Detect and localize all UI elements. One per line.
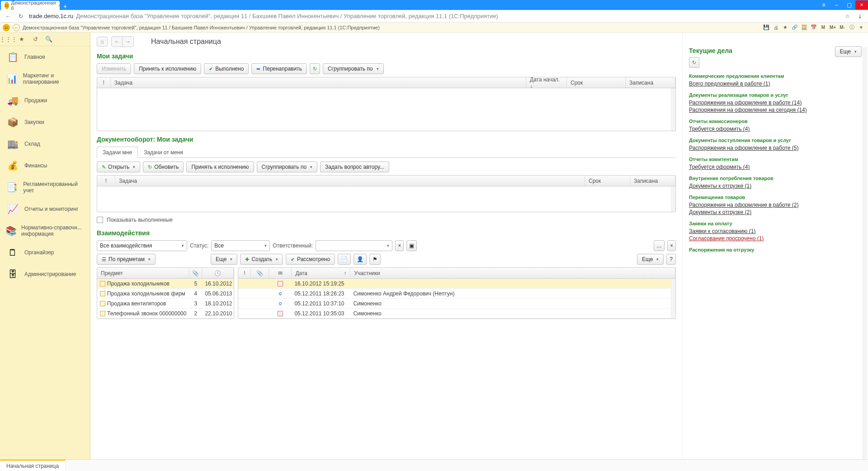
responsible-select[interactable]: ▾ xyxy=(316,240,392,251)
col-time[interactable]: 🕓 xyxy=(202,268,234,278)
group-link[interactable]: Всего предложений в работе (1) xyxy=(689,81,862,87)
close-x-button[interactable]: × xyxy=(667,240,676,251)
col-important[interactable]: ! xyxy=(97,77,111,88)
print-icon[interactable]: 🖨 xyxy=(772,24,780,32)
col-due[interactable]: Срок xyxy=(585,176,630,186)
url-field[interactable]: trade.demo.1c.ru Демонстрационная база "… xyxy=(29,13,839,19)
back-circ-icon[interactable]: ← xyxy=(13,24,20,31)
edit-button[interactable]: Изменить xyxy=(97,63,131,74)
scrollbar[interactable] xyxy=(671,279,675,319)
help-button[interactable]: ? xyxy=(666,254,676,265)
status-select[interactable]: Все▾ xyxy=(211,240,270,251)
col-type[interactable]: ✉ xyxy=(269,268,292,278)
sidebar-item[interactable]: 🏬Склад xyxy=(0,133,90,155)
create-button[interactable]: ✚Создать xyxy=(240,254,283,265)
col-task[interactable]: Задача xyxy=(115,176,585,186)
col-start-date[interactable]: Дата начал. ↓ xyxy=(526,77,567,88)
sidebar-item[interactable]: 📚Нормативно-справочн... информация xyxy=(0,220,90,242)
nav-fwd-icon[interactable]: → xyxy=(123,37,133,47)
sidebar-item[interactable]: 📊Маркетинг и планирование xyxy=(0,68,90,90)
refresh-button[interactable]: ↻ xyxy=(689,57,699,68)
back-icon[interactable]: ← xyxy=(4,12,13,21)
group-link[interactable]: Документы к отгрузке (2) xyxy=(689,209,862,215)
table-row[interactable]: Продажа холодильников фирм405.06.2013 xyxy=(97,289,234,299)
table-row[interactable]: 05.12.2011 10:37:10Симоненко xyxy=(238,299,675,309)
more-dots-button[interactable]: … xyxy=(654,240,665,251)
mminus-button[interactable]: M- xyxy=(838,24,846,32)
sidebar-item[interactable]: 📋Главное xyxy=(0,46,90,68)
download-icon[interactable]: ⤓ xyxy=(855,12,864,21)
col-subject[interactable]: Предмет xyxy=(97,268,189,278)
dropdown-icon[interactable]: ▾ xyxy=(857,24,865,32)
group-by-button[interactable]: Сгруппировать по xyxy=(323,63,384,74)
group-link[interactable]: Распоряжения на оформление в работе (14) xyxy=(689,100,862,106)
group-link[interactable]: Согласование просрочено (1) xyxy=(689,235,862,242)
bookmark-icon[interactable]: ☆ xyxy=(843,12,852,21)
calendar-icon[interactable]: 📅 xyxy=(810,24,818,32)
table-row[interactable]: 05.12.2011 10:35:03Симоненко xyxy=(238,309,675,319)
scrollbar[interactable] xyxy=(671,88,675,131)
open-button[interactable]: ✎Открыть xyxy=(97,162,140,172)
reviewed-button[interactable]: ✔Рассмотрено xyxy=(286,254,335,265)
reload-icon[interactable]: ↻ xyxy=(16,12,25,21)
col-attach[interactable]: 📎 xyxy=(251,268,269,278)
sidebar-item[interactable]: 🗒Органайзер xyxy=(0,242,90,263)
window-close-icon[interactable]: × xyxy=(855,0,868,10)
sidebar-item[interactable]: 💰Финансы xyxy=(0,155,90,176)
col-imp[interactable]: ! xyxy=(238,268,251,278)
col-date[interactable]: Дата↑ xyxy=(292,268,350,278)
group-link[interactable]: Требуется оформить (4) xyxy=(689,164,862,170)
flag-icon-button[interactable]: ⚑ xyxy=(369,254,381,265)
history-icon[interactable]: ↺ xyxy=(32,36,39,43)
nav-back-icon[interactable]: ← xyxy=(112,37,123,47)
refresh-button[interactable]: ↻ xyxy=(310,63,320,74)
sidebar-item[interactable]: 📈Отчеты и мониторинг xyxy=(0,198,90,220)
home-icon[interactable]: ⌂ xyxy=(97,37,108,47)
ask-author-button[interactable]: Задать вопрос автору... xyxy=(320,162,389,172)
table-row[interactable]: Телефонный звонок 000000000222.10.2010 xyxy=(97,309,234,319)
tab-tasks-to-me[interactable]: Задачи мне xyxy=(97,147,138,158)
group-link[interactable]: Документы к отгрузке (1) xyxy=(689,183,862,189)
more-button[interactable]: Еще xyxy=(835,46,862,57)
info-icon[interactable]: ⓘ xyxy=(848,24,856,32)
done-button[interactable]: ✔Выполнено xyxy=(204,63,249,74)
mplus-button[interactable]: M+ xyxy=(829,24,837,32)
sidebar-item[interactable]: 📑Регламентированный учет xyxy=(0,176,90,198)
accept-button[interactable]: Принять к исполнению xyxy=(134,63,201,74)
col-party[interactable]: Участники xyxy=(350,268,675,278)
more2-button[interactable]: Еще xyxy=(637,254,664,265)
by-subjects-button[interactable]: ☰По предметам xyxy=(97,254,156,265)
calc-icon[interactable]: 🧮 xyxy=(800,24,808,32)
table-row[interactable]: Продажа холодильников516.10.2012 xyxy=(97,279,234,289)
new-tab-button[interactable]: + xyxy=(60,3,71,10)
tab-tasks-from-me[interactable]: Задачи от меня xyxy=(138,147,189,158)
sidebar-item[interactable]: 🗄Администрирование xyxy=(0,263,90,285)
group-link[interactable]: Распоряжения на оформление на сегодня (1… xyxy=(689,107,862,113)
col-important[interactable]: ! xyxy=(97,176,115,186)
favorites-icon[interactable]: ★ xyxy=(18,36,25,43)
scrollbar[interactable] xyxy=(863,47,867,459)
col-recorded[interactable]: Записана xyxy=(626,77,675,88)
col-attach[interactable]: 📎 xyxy=(189,268,202,278)
link-icon[interactable]: 🔗 xyxy=(791,24,799,32)
table-row[interactable]: 05.12.2011 18:26:23Симоненко Андрей Федо… xyxy=(238,289,675,299)
redirect-button[interactable]: ➥Перенаправить xyxy=(251,63,307,74)
browser-tab[interactable]: 1c Демонстрационная б × xyxy=(1,1,60,10)
table-row[interactable]: 16.10.2012 15:19:25 xyxy=(238,279,675,289)
clear-button[interactable]: × xyxy=(395,240,404,251)
doc-icon-button[interactable]: 📄 xyxy=(338,254,351,265)
scrollbar[interactable] xyxy=(671,186,675,212)
maximize-icon[interactable]: ▢ xyxy=(843,0,855,10)
filter-all-select[interactable]: Все взаимодействия▾ xyxy=(97,240,187,251)
group-link[interactable]: Распоряжения на оформление в работе (2) xyxy=(689,202,862,208)
save-icon[interactable]: 💾 xyxy=(762,24,770,32)
more-button[interactable]: Еще xyxy=(211,254,237,265)
refresh-button[interactable]: ↻Обновить xyxy=(143,162,184,172)
group-link[interactable]: Заявки к согласованию (1) xyxy=(689,228,862,234)
hamburger-icon[interactable]: ≡ xyxy=(817,0,830,10)
sidebar-item[interactable]: 📦Закупки xyxy=(0,111,90,133)
star-icon[interactable]: ★ xyxy=(781,24,789,32)
group-link[interactable]: Требуется оформить (4) xyxy=(689,126,862,132)
minimize-icon[interactable]: – xyxy=(830,0,843,10)
m-button[interactable]: M xyxy=(819,24,827,32)
